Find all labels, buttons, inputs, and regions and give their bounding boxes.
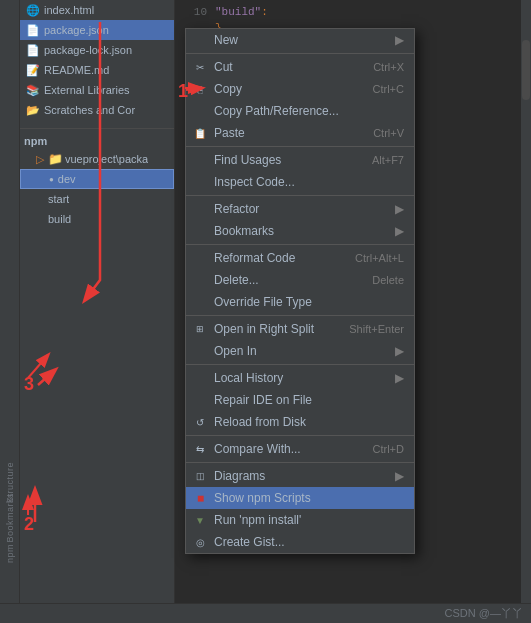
menu-item-repair-ide[interactable]: Repair IDE on File xyxy=(186,389,414,411)
menu-separator-2 xyxy=(186,146,414,147)
file-tree-item-scratches[interactable]: 📂 Scratches and Cor xyxy=(20,100,174,120)
gist-icon: ◎ xyxy=(192,537,208,548)
bookmarks-sidebar-tab[interactable]: Bookmarks xyxy=(0,493,20,543)
file-tree-item-readme[interactable]: 📝 README.md xyxy=(20,60,174,80)
scrollbar-track[interactable] xyxy=(521,0,531,603)
npm-header-label: npm xyxy=(24,135,47,147)
json-lock-icon: 📄 xyxy=(26,44,40,57)
npm-vueproject-item[interactable]: ▷ 📁 vueproject\packa xyxy=(20,149,174,169)
menu-separator-1 xyxy=(186,53,414,54)
npm-project-label: vueproject\packa xyxy=(65,153,148,165)
code-line-1: 10 "build": xyxy=(183,4,523,20)
npm-dev-item[interactable]: ● dev xyxy=(20,169,174,189)
cut-icon: ✂ xyxy=(192,62,208,73)
menu-item-reformat[interactable]: Reformat Code Ctrl+Alt+L xyxy=(186,247,414,269)
npm-label: npm xyxy=(5,544,15,563)
menu-item-find-usages[interactable]: Find Usages Alt+F7 xyxy=(186,149,414,171)
arrow-icon: ▶ xyxy=(395,224,404,238)
html-file-icon: 🌐 xyxy=(26,4,40,17)
scratch-icon: 📂 xyxy=(26,104,40,117)
menu-label: Refactor xyxy=(214,202,259,216)
menu-item-inspect-code[interactable]: Inspect Code... xyxy=(186,171,414,193)
menu-label: Copy xyxy=(214,82,242,96)
file-label: package.json xyxy=(44,24,109,36)
file-label: External Libraries xyxy=(44,84,130,96)
menu-separator-6 xyxy=(186,364,414,365)
context-menu: New ▶ ✂ Cut Ctrl+X ⎘ Copy Ctrl+C Copy Pa… xyxy=(185,28,415,554)
circle-icon: ● xyxy=(49,175,54,184)
menu-item-copy-path[interactable]: Copy Path/Reference... xyxy=(186,100,414,122)
activity-bar: Structure Bookmarks npm xyxy=(0,0,20,623)
arrow-icon: ▶ xyxy=(395,469,404,483)
menu-shortcut: Alt+F7 xyxy=(372,154,404,166)
menu-item-override-file-type[interactable]: Override File Type xyxy=(186,291,414,313)
npm-build-item[interactable]: build xyxy=(20,209,174,229)
menu-item-new[interactable]: New ▶ xyxy=(186,29,414,51)
menu-label: Local History xyxy=(214,371,283,385)
scrollbar-thumb[interactable] xyxy=(522,40,530,100)
menu-item-paste[interactable]: 📋 Paste Ctrl+V xyxy=(186,122,414,144)
menu-shortcut: Ctrl+C xyxy=(373,83,404,95)
menu-item-delete[interactable]: Delete... Delete xyxy=(186,269,414,291)
bottom-bar: CSDN @—丫丫 xyxy=(0,603,531,623)
arrow-icon: ▶ xyxy=(395,33,404,47)
npm-build-label: build xyxy=(48,213,71,225)
paste-icon: 📋 xyxy=(192,128,208,139)
menu-item-reload-disk[interactable]: ↺ Reload from Disk xyxy=(186,411,414,433)
menu-label: Diagrams xyxy=(214,469,265,483)
npm-section-header: npm xyxy=(20,133,174,149)
npm-dev-label: dev xyxy=(58,173,76,185)
menu-label: New xyxy=(214,33,238,47)
file-label: Scratches and Cor xyxy=(44,104,135,116)
npm-section: npm ▷ 📁 vueproject\packa ● dev start bui… xyxy=(20,128,174,229)
folder-icon: ▷ xyxy=(36,153,44,166)
split-icon: ⊞ xyxy=(192,324,208,334)
menu-item-refactor[interactable]: Refactor ▶ xyxy=(186,198,414,220)
md-file-icon: 📝 xyxy=(26,64,40,77)
copy-icon: ⎘ xyxy=(192,84,208,95)
menu-separator-8 xyxy=(186,462,414,463)
arrow-icon: ▶ xyxy=(395,344,404,358)
menu-item-show-npm-scripts[interactable]: ◼ Show npm Scripts xyxy=(186,487,414,509)
diagram-icon: ◫ xyxy=(192,471,208,481)
menu-label: Override File Type xyxy=(214,295,312,309)
file-label: README.md xyxy=(44,64,109,76)
menu-shortcut: Ctrl+X xyxy=(373,61,404,73)
menu-item-cut[interactable]: ✂ Cut Ctrl+X xyxy=(186,56,414,78)
compare-icon: ⇆ xyxy=(192,444,208,455)
menu-label: Open in Right Split xyxy=(214,322,314,336)
file-tree-item-external-libs[interactable]: 📚 External Libraries xyxy=(20,80,174,100)
menu-label: Run 'npm install' xyxy=(214,513,301,527)
menu-shortcut: Shift+Enter xyxy=(349,323,404,335)
reload-icon: ↺ xyxy=(192,417,208,428)
menu-shortcut: Ctrl+D xyxy=(373,443,404,455)
run-icon: ▼ xyxy=(192,515,208,526)
menu-item-diagrams[interactable]: ◫ Diagrams ▶ xyxy=(186,465,414,487)
menu-item-open-right-split[interactable]: ⊞ Open in Right Split Shift+Enter xyxy=(186,318,414,340)
arrow-icon: ▶ xyxy=(395,202,404,216)
menu-item-open-in[interactable]: Open In ▶ xyxy=(186,340,414,362)
menu-label: Delete... xyxy=(214,273,259,287)
menu-label: Inspect Code... xyxy=(214,175,295,189)
menu-label: Open In xyxy=(214,344,257,358)
menu-item-compare-with[interactable]: ⇆ Compare With... Ctrl+D xyxy=(186,438,414,460)
folder-open-icon: 📁 xyxy=(48,152,63,166)
npm-sidebar-tab[interactable]: npm xyxy=(0,544,20,563)
menu-item-copy[interactable]: ⎘ Copy Ctrl+C xyxy=(186,78,414,100)
file-tree-item-package-json[interactable]: 📄 package.json xyxy=(20,20,174,40)
menu-separator-4 xyxy=(186,244,414,245)
menu-label: Repair IDE on File xyxy=(214,393,312,407)
json-file-icon: 📄 xyxy=(26,24,40,37)
file-tree-panel: 🌐 index.html 📄 package.json 📄 package-lo… xyxy=(20,0,175,623)
menu-item-local-history[interactable]: Local History ▶ xyxy=(186,367,414,389)
menu-item-run-npm-install[interactable]: ▼ Run 'npm install' xyxy=(186,509,414,531)
file-tree-item-index-html[interactable]: 🌐 index.html xyxy=(20,0,174,20)
menu-label: Reload from Disk xyxy=(214,415,306,429)
menu-label: Compare With... xyxy=(214,442,301,456)
file-tree-item-package-lock[interactable]: 📄 package-lock.json xyxy=(20,40,174,60)
menu-item-create-gist[interactable]: ◎ Create Gist... xyxy=(186,531,414,553)
menu-item-bookmarks[interactable]: Bookmarks ▶ xyxy=(186,220,414,242)
menu-label: Reformat Code xyxy=(214,251,295,265)
npm-start-item[interactable]: start xyxy=(20,189,174,209)
menu-shortcut: Delete xyxy=(372,274,404,286)
